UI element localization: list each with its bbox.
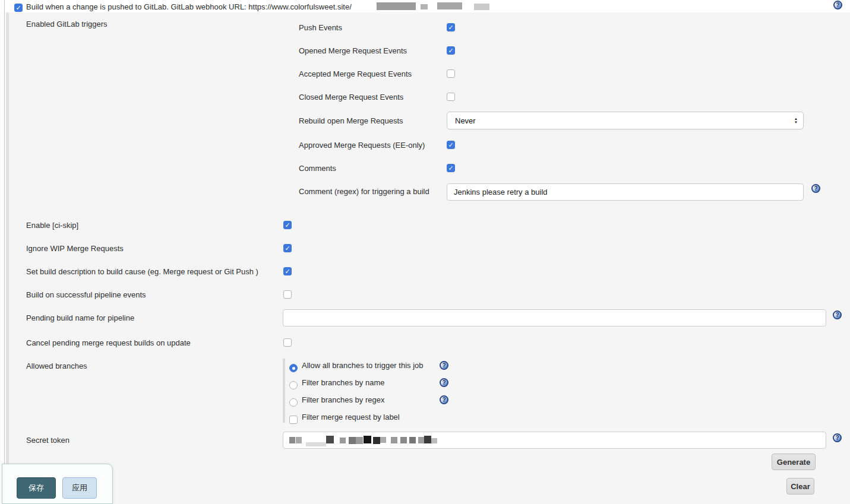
redacted-token-part (306, 442, 326, 446)
closed-mr-events-checkbox[interactable]: ✓ (447, 93, 455, 101)
redacted-token-part (380, 437, 386, 443)
redacted-url-part (421, 4, 428, 9)
comments-checkbox[interactable]: ✓ (447, 164, 455, 172)
accepted-mr-events-checkbox[interactable]: ✓ (447, 69, 455, 78)
redacted-token-part (424, 436, 431, 443)
push-events-label: Push Events (299, 23, 342, 32)
cancel-pending-builds-label: Cancel pending merge request builds on u… (26, 338, 191, 347)
checkmark-icon: ✓ (284, 221, 291, 229)
enable-ci-skip-label: Enable [ci-skip] (26, 221, 78, 230)
set-build-description-checkbox[interactable]: ✓ (283, 267, 292, 275)
help-icon[interactable]: ? (833, 310, 842, 319)
secret-token-input[interactable] (283, 432, 826, 449)
comment-regex-input[interactable] (447, 183, 804, 201)
checkmark-icon: ✓ (284, 245, 291, 252)
push-events-checkbox[interactable]: ✓ (447, 23, 455, 31)
rebuild-open-mr-label: Rebuild open Merge Requests (299, 116, 403, 125)
redacted-url-part (437, 2, 462, 9)
help-icon[interactable]: ? (833, 1, 842, 9)
enabled-triggers-label: Enabled GitLab triggers (26, 20, 108, 28)
help-icon[interactable]: ? (440, 361, 448, 370)
cancel-pending-builds-checkbox[interactable]: ✓ (283, 338, 292, 347)
redacted-token-part (431, 438, 437, 443)
approved-mr-checkbox[interactable]: ✓ (447, 141, 455, 149)
closed-mr-events-label: Closed Merge Request Events (299, 93, 403, 102)
allow-all-branches-radio[interactable] (289, 364, 298, 372)
help-icon[interactable]: ? (440, 395, 448, 404)
pending-build-name-input[interactable] (283, 309, 826, 327)
filter-mr-by-label-label: Filter merge request by label (302, 413, 400, 421)
build-when-pushed-checkbox[interactable]: ✓ (14, 4, 23, 12)
redacted-token-part (364, 436, 371, 443)
rebuild-open-mr-select[interactable]: Never ▲▼ (447, 112, 804, 129)
redacted-token-part (340, 438, 346, 443)
redacted-token-part (409, 437, 416, 443)
help-icon[interactable]: ? (833, 433, 842, 442)
rebuild-open-mr-selected-value: Never (447, 116, 476, 125)
apply-button[interactable]: 应用 (62, 477, 97, 499)
select-arrows-icon: ▲▼ (794, 117, 798, 124)
checkmark-icon: ✓ (447, 24, 454, 31)
redacted-token-part (296, 437, 302, 443)
ignore-wip-label: Ignore WIP Merge Requests (26, 244, 124, 253)
filter-branches-by-name-radio[interactable] (289, 381, 298, 389)
ignore-wip-checkbox[interactable]: ✓ (283, 244, 292, 252)
generate-button[interactable]: Generate (772, 454, 816, 470)
pending-build-name-label: Pending build name for pipeline (26, 313, 134, 322)
approved-mr-label: Approved Merge Requests (EE-only) (299, 141, 425, 150)
section-left-line (4, 0, 5, 504)
redacted-token-part (418, 437, 424, 443)
allowed-branches-indent-bar (283, 359, 285, 423)
redacted-token-part (373, 437, 380, 444)
build-on-pipeline-checkbox[interactable]: ✓ (283, 290, 292, 299)
clear-button[interactable]: Clear (786, 478, 814, 495)
filter-branches-by-regex-label: Filter branches by regex (302, 395, 384, 404)
section-indent-bar (6, 12, 9, 504)
build-on-pipeline-label: Build on successful pipeline events (26, 290, 146, 299)
redacted-token-part (356, 437, 363, 444)
redacted-token-part (400, 437, 407, 443)
build-when-pushed-label: Build when a change is pushed to GitLab.… (26, 2, 352, 11)
checkmark-icon: ✓ (284, 268, 291, 275)
save-button[interactable]: 保存 (17, 477, 56, 499)
allow-all-branches-label: Allow all branches to trigger this job (302, 361, 424, 370)
save-apply-panel: 保存 应用 (2, 464, 113, 504)
redacted-token-part (326, 436, 334, 443)
comments-label: Comments (299, 164, 336, 173)
checkmark-icon: ✓ (447, 141, 454, 149)
redacted-token-part (349, 437, 356, 444)
redacted-token-part (391, 437, 397, 443)
checkmark-icon: ✓ (447, 164, 454, 172)
opened-mr-events-label: Opened Merge Request Events (299, 46, 407, 55)
checkmark-icon: ✓ (15, 4, 22, 12)
secret-token-label: Secret token (26, 436, 69, 445)
filter-branches-by-name-label: Filter branches by name (302, 378, 384, 387)
comment-regex-label: Comment (regex) for triggering a build (299, 187, 429, 196)
accepted-mr-events-label: Accepted Merge Request Events (299, 69, 412, 78)
filter-mr-by-label-checkbox[interactable]: ✓ (289, 416, 298, 424)
opened-mr-events-checkbox[interactable]: ✓ (447, 46, 455, 55)
enable-ci-skip-checkbox[interactable]: ✓ (283, 221, 292, 229)
set-build-description-label: Set build description to build cause (eg… (26, 267, 258, 276)
redacted-url-part (377, 2, 416, 10)
redacted-url-part (474, 4, 489, 10)
left-gutter (0, 12, 6, 504)
config-section-background (9, 12, 850, 504)
help-icon[interactable]: ? (440, 378, 448, 387)
redacted-token-part (289, 437, 295, 443)
checkmark-icon: ✓ (447, 47, 454, 55)
filter-branches-by-regex-radio[interactable] (289, 398, 298, 407)
help-icon[interactable]: ? (811, 184, 820, 193)
allowed-branches-label: Allowed branches (26, 362, 87, 370)
